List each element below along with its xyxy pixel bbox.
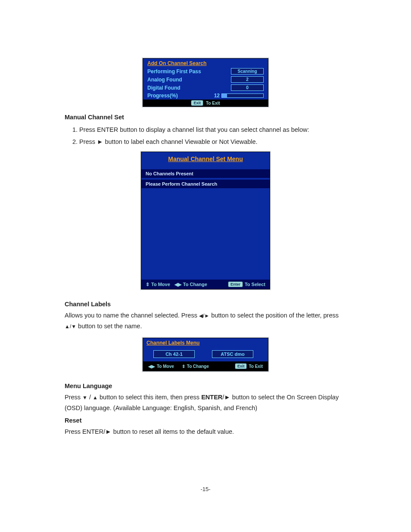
analog-found-value: 2 — [231, 76, 264, 83]
progress-bar — [221, 93, 264, 98]
up-glyph: ▲ — [93, 393, 98, 402]
reset-desc: Press ENTER/► button to reset all items … — [65, 426, 346, 437]
channel-labels-desc-line1: Allows you to name the channel selected.… — [65, 310, 346, 321]
analog-found-label: Analog Found — [147, 77, 208, 83]
add-on-channel-search-panel: Add On Channel Search Performing First P… — [143, 58, 268, 107]
channel-name-field: ATSC dmo — [212, 350, 253, 358]
leftright-icon: ◀▶ — [148, 364, 155, 369]
to-move-hint: To Move — [151, 282, 170, 287]
panel-title: Add On Channel Search — [143, 59, 268, 67]
updown-icon: ⇕ — [146, 282, 149, 287]
progress-value: 12 — [208, 93, 221, 99]
first-pass-status: Scanning — [231, 68, 264, 75]
exit-button-icon: Exit — [191, 100, 203, 106]
digital-found-value: 0 — [231, 84, 264, 91]
leftright-icon: ◀▶ — [174, 282, 181, 287]
step-1: Press ENTER button to display a channel … — [79, 124, 346, 135]
progress-label: Progress(%) — [147, 93, 208, 99]
up-down-glyph: ▲/▼ — [65, 322, 76, 331]
enter-button-icon: Enter — [228, 281, 243, 287]
first-pass-label: Performing First Pass — [147, 68, 208, 75]
step-2: Press ► button to label each channel Vie… — [79, 137, 346, 147]
manual-channel-set-heading: Manual Channel Set — [65, 112, 346, 123]
reset-heading: Reset — [65, 415, 346, 426]
channel-labels-heading: Channel Labels — [65, 299, 346, 310]
left-right-glyph: ◀/► — [199, 311, 209, 320]
channel-labels-desc-line2: ▲/▼ button to set the name. — [65, 321, 346, 332]
menu-language-desc: Press ▼ / ▲ button to select this item, … — [65, 392, 346, 414]
menu-language-heading: Menu Language — [65, 381, 346, 392]
panel-title: Channel Labels Menu — [143, 338, 268, 347]
channel-labels-menu-panel: Channel Labels Menu Ch 42-1 ATSC dmo ◀▶ … — [143, 338, 268, 371]
exit-button-icon: Exit — [235, 363, 247, 369]
panel-title: Manual Channel Set Menu — [141, 152, 270, 168]
to-change-hint: To Change — [187, 364, 209, 369]
down-glyph: ▼ — [82, 393, 87, 402]
manual-channel-set-menu-panel: Manual Channel Set Menu No Channels Pres… — [141, 152, 270, 289]
to-move-hint: To Move — [157, 364, 174, 369]
channel-id-field: Ch 42-1 — [153, 350, 195, 358]
to-exit-hint: To Exit — [249, 364, 263, 369]
to-select-hint: To Select — [245, 282, 265, 287]
page-number: -15- — [0, 486, 411, 492]
no-channels-msg: No Channels Present — [141, 169, 270, 178]
exit-hint: To Exit — [206, 101, 220, 106]
to-change-hint: To Change — [183, 282, 207, 287]
perform-search-msg: Please Perform Channel Search — [141, 180, 270, 188]
updown-icon: ⇕ — [182, 364, 185, 369]
digital-found-label: Digital Found — [147, 85, 208, 91]
